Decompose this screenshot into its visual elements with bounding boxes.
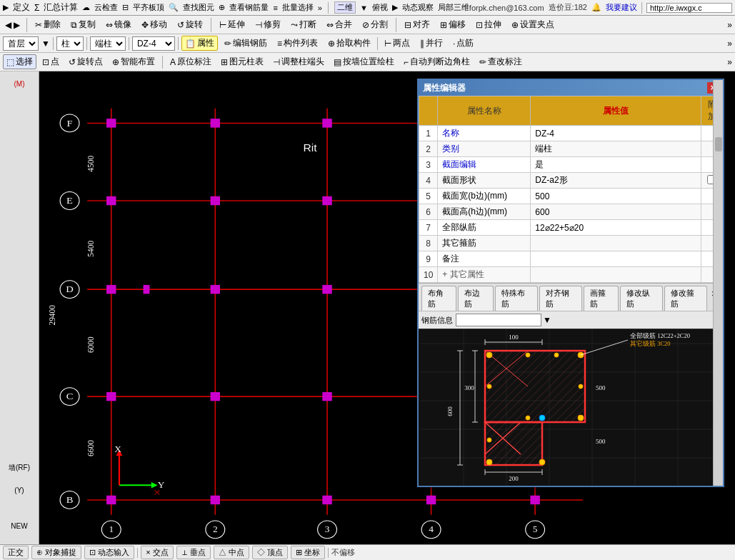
menu-anim-label[interactable]: 动态观察: [402, 2, 434, 13]
stretch-btn[interactable]: ⊡ 拉伸: [472, 17, 505, 32]
copy-btn[interactable]: ⧉ 复制: [67, 17, 99, 32]
code-select[interactable]: DZ-4: [132, 36, 175, 51]
rotate-btn[interactable]: ↺ 旋转: [174, 17, 206, 32]
mirror-btn[interactable]: ⇔ 镜像: [102, 17, 135, 32]
subtype-select[interactable]: 端柱: [90, 36, 126, 51]
split-btn[interactable]: ⊘ 分割: [359, 17, 391, 32]
menu-flatten-label[interactable]: 平齐板顶: [133, 2, 164, 13]
row-5-value[interactable]: 500: [531, 189, 701, 204]
menu-find-label[interactable]: 查找图元: [183, 2, 214, 13]
row-9-value[interactable]: [531, 251, 701, 267]
sep-v3: [129, 37, 129, 50]
svg-rect-60: [322, 496, 331, 504]
toolbar-more[interactable]: »: [727, 20, 732, 30]
dialog-title-bar[interactable]: 属性编辑器 ×: [419, 80, 723, 96]
pickup-icon: ⊕: [328, 39, 335, 49]
offset-btn[interactable]: ⊞ 偏移: [436, 17, 469, 32]
tab-corner-rebar[interactable]: 布角筋: [421, 286, 456, 311]
row-7-value[interactable]: 12⌀22+5⌀20: [531, 220, 701, 236]
row-5-name: 截面宽(b边)(mm): [438, 189, 531, 204]
trim-btn[interactable]: ⊣ 修剪: [251, 17, 284, 32]
toolbar-more2[interactable]: »: [727, 39, 732, 49]
two-point-btn[interactable]: ⊢ 两点: [381, 36, 414, 51]
select-btn[interactable]: ⬚ 选择: [3, 54, 36, 69]
point-btn[interactable]: ⊡ 点: [39, 54, 63, 69]
edit-rebar-btn[interactable]: ✏ 编辑钢筋: [221, 36, 271, 51]
auto-corner-btn[interactable]: ⌐ 自动判断边角柱: [400, 54, 474, 69]
svg-text:6000: 6000: [86, 336, 96, 353]
menu-cloud-check[interactable]: 云检查: [94, 2, 118, 13]
orthogonal-btn[interactable]: 正交: [3, 546, 29, 559]
menu-define-label[interactable]: 定义: [13, 1, 30, 14]
point-rebar-btn[interactable]: · 点筋: [449, 36, 477, 51]
row-2-value[interactable]: 端柱: [531, 141, 701, 157]
row-10-name[interactable]: + 其它属性: [438, 267, 531, 283]
dialog-scrollbar[interactable]: [713, 80, 723, 486]
dynamic-input-btn[interactable]: ⊡ 动态输入: [84, 546, 134, 559]
tab-draw-stirrup[interactable]: 画箍筋: [584, 286, 619, 311]
place-by-wall-btn[interactable]: ▤ 按墙位置绘柱: [330, 54, 398, 69]
object-snap-btn[interactable]: ⊕ 对象捕捉: [31, 546, 81, 559]
inplace-label-btn[interactable]: A 原位标注: [166, 54, 215, 69]
smart-place-btn[interactable]: ⊕ 智能布置: [109, 54, 159, 69]
extend-btn[interactable]: ⊢ 延伸: [216, 17, 249, 32]
menu-3d[interactable]: 局部三维: [438, 2, 469, 13]
toolbar-prev[interactable]: ◀ ▶: [3, 19, 22, 31]
rebar-info-input[interactable]: [456, 314, 541, 326]
member-list-btn[interactable]: ≡ 构件列表: [274, 36, 321, 51]
move-btn[interactable]: ✥ 移动: [138, 17, 171, 32]
delete-btn[interactable]: ✂ 删除: [31, 17, 64, 32]
menu-2d[interactable]: 二维: [334, 1, 356, 14]
tab-special-rebar[interactable]: 特殊布筋: [495, 286, 538, 311]
mid-icon: △: [219, 548, 226, 556]
row-3-value[interactable]: 是: [531, 157, 701, 173]
stretch-icon: ⊡: [476, 20, 483, 30]
cad-canvas[interactable]: (M) 墙(RF) (Y) NEW F: [0, 71, 735, 544]
col-table-btn[interactable]: ⊞ 图元柱表: [217, 54, 267, 69]
two-point-icon: ⊢: [384, 39, 391, 49]
row-2-num: 2: [419, 141, 438, 157]
toolbar-more3[interactable]: »: [727, 57, 732, 67]
menu-more[interactable]: »: [318, 4, 322, 12]
tab-modify-stirrup[interactable]: 修改箍筋: [664, 286, 707, 311]
break-btn[interactable]: ⤳ 打断: [287, 17, 320, 32]
svg-rect-49: [322, 285, 331, 294]
tab-modify-long[interactable]: 修改纵筋: [620, 286, 663, 311]
row-6-value[interactable]: 600: [531, 204, 701, 220]
row-1-value[interactable]: DZ-4: [531, 126, 701, 141]
menu-top[interactable]: 俯视: [372, 2, 388, 13]
menu-batch-label[interactable]: 批量选择: [282, 2, 314, 13]
svg-text:500: 500: [596, 438, 606, 445]
midpoint-btn[interactable]: △ 中点: [214, 546, 249, 559]
menu-rebar-label[interactable]: 查看钢筋量: [229, 2, 269, 13]
svg-rect-53: [106, 392, 116, 401]
rebar-info-arrow[interactable]: ▼: [543, 315, 551, 325]
floor-select[interactable]: 首层: [3, 36, 39, 51]
place-by-wall-icon: ▤: [334, 57, 341, 67]
coord-btn[interactable]: ⊞ 坐标: [291, 546, 325, 559]
rotate-point-btn[interactable]: ↺ 旋转点: [65, 54, 106, 69]
merge-btn[interactable]: ⇔ 合并: [323, 17, 356, 32]
row-4-value[interactable]: DZ-a2形: [531, 173, 701, 189]
menu-define[interactable]: ▶: [3, 3, 9, 12]
modify-label-btn[interactable]: ✏ 查改标注: [476, 54, 526, 69]
url-display: http://e.iwxgx.c: [646, 3, 732, 13]
type-select[interactable]: 柱: [56, 36, 84, 51]
grip-icon: ⊕: [511, 20, 519, 30]
dialog-scrollbar-thumb[interactable]: [715, 137, 722, 151]
tab-align-rebar[interactable]: 对齐钢筋: [539, 286, 582, 311]
property-btn[interactable]: 📋 属性: [181, 36, 218, 51]
menu-calc[interactable]: 汇总计算: [44, 1, 78, 14]
adjust-end-btn[interactable]: ⊣ 调整柱端头: [269, 54, 328, 69]
svg-rect-38: [322, 119, 331, 127]
parallel-btn[interactable]: ∥ 并行: [416, 36, 446, 51]
tab-edge-rebar[interactable]: 布边筋: [458, 286, 493, 311]
intersection-btn[interactable]: × 交点: [141, 546, 174, 559]
row-8-value[interactable]: [531, 236, 701, 251]
vertex-btn[interactable]: ◇ 顶点: [252, 546, 288, 559]
align-btn[interactable]: ⊟ 对齐: [401, 17, 434, 32]
grip-btn[interactable]: ⊕ 设置夹点: [508, 17, 558, 32]
perpendicular-btn[interactable]: ⊥ 垂点: [176, 546, 211, 559]
pickup-btn[interactable]: ⊕ 拾取构件: [324, 36, 374, 51]
feedback-label[interactable]: 我要建议: [606, 2, 637, 13]
